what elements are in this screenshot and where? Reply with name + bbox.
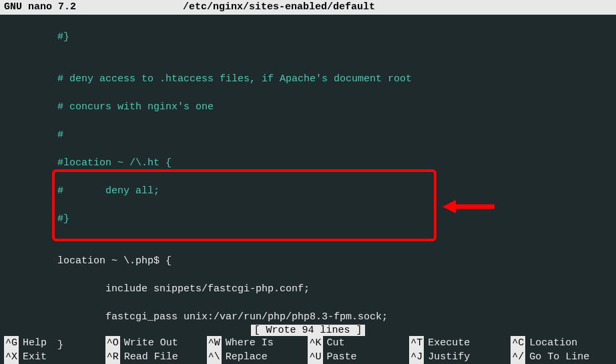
shortcut-execute[interactable]: ^TExecute — [409, 336, 511, 350]
file-path: /etc/nginx/sites-enabled/default — [183, 0, 375, 15]
code-line: include snippets/fastcgi-php.conf; — [9, 282, 616, 296]
shortcut-paste[interactable]: ^UPaste — [308, 350, 409, 364]
shortcut-writeout[interactable]: ^OWrite Out — [105, 336, 207, 350]
editor-area[interactable]: #} # deny access to .htaccess files, if … — [0, 15, 616, 364]
shortcut-row: ^GHelp ^OWrite Out ^WWhere Is ^KCut ^TEx… — [4, 336, 612, 350]
shortcut-readfile[interactable]: ^RRead File — [105, 350, 207, 364]
shortcut-whereis[interactable]: ^WWhere Is — [207, 336, 308, 350]
shortcut-location[interactable]: ^CLocation — [511, 336, 612, 350]
code-line: #} — [9, 212, 616, 226]
shortcut-help[interactable]: ^GHelp — [4, 336, 105, 350]
status-message: [ Wrote 94 lines ] — [251, 325, 364, 336]
status-bar: [ Wrote 94 lines ] — [0, 325, 616, 336]
code-line: # concurs with nginx's one — [9, 100, 616, 114]
code-line: # — [9, 128, 616, 142]
shortcut-exit[interactable]: ^XExit — [4, 350, 105, 364]
shortcut-replace[interactable]: ^\Replace — [207, 350, 308, 364]
app-name: GNU nano 7.2 — [4, 0, 76, 15]
code-line: fastcgi_pass unix:/var/run/php/php8.3-fp… — [9, 310, 616, 324]
titlebar: GNU nano 7.2 /etc/nginx/sites-enabled/de… — [0, 0, 616, 15]
code-line: #location ~ /\.ht { — [9, 156, 616, 170]
code-line: # deny all; — [9, 184, 616, 198]
code-line: #} — [9, 30, 616, 44]
code-line: location ~ \.php$ { — [9, 254, 616, 268]
shortcut-bar: ^GHelp ^OWrite Out ^WWhere Is ^KCut ^TEx… — [4, 336, 612, 364]
shortcut-justify[interactable]: ^JJustify — [409, 350, 511, 364]
code-line: # deny access to .htaccess files, if Apa… — [9, 72, 616, 86]
shortcut-cut[interactable]: ^KCut — [308, 336, 409, 350]
shortcut-row: ^XExit ^RRead File ^\Replace ^UPaste ^JJ… — [4, 350, 612, 364]
shortcut-gotoline[interactable]: ^/Go To Line — [511, 350, 612, 364]
